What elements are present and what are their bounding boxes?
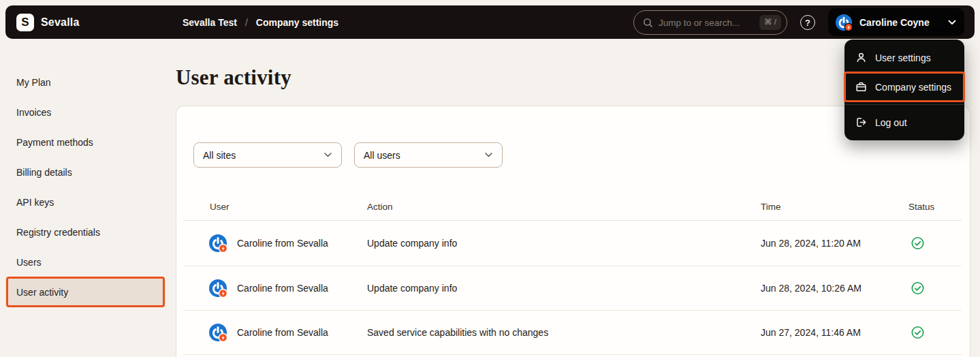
users-filter-value: All users <box>364 150 400 161</box>
sidebar-item-label: User activity <box>16 287 68 298</box>
user-avatar <box>208 234 227 253</box>
search-shortcut-badge: ⌘ / <box>759 15 781 30</box>
breadcrumb-project[interactable]: Sevalla Test <box>183 17 237 28</box>
sidebar-item-label: Payment methods <box>16 137 93 148</box>
sidebar-item-my-plan[interactable]: My Plan <box>5 67 165 97</box>
chevron-down-icon <box>948 20 956 25</box>
column-header-time: Time <box>761 201 781 211</box>
sidebar-item-label: Users <box>16 257 42 268</box>
user-avatar <box>208 279 227 298</box>
logout-icon <box>855 117 867 128</box>
user-name: Caroline from Sevalla <box>237 238 328 249</box>
filters-row: All sites All users <box>193 142 503 168</box>
logo-glyph: S <box>21 16 29 29</box>
column-header-status: Status <box>908 201 934 211</box>
sevalla-logo[interactable]: S Sevalla <box>16 5 80 39</box>
sidebar-item-label: Invoices <box>16 107 51 118</box>
sidebar-item-label: Registry credentials <box>16 227 100 238</box>
sidebar-item-invoices[interactable]: Invoices <box>5 97 165 127</box>
top-header-bar: S Sevalla Sevalla Test / Company setting… <box>5 5 975 39</box>
action-cell: Saved service capabilities with no chang… <box>367 327 548 338</box>
table-row: Caroline from Sevalla Saved service capa… <box>183 311 962 355</box>
sidebar-item-user-activity[interactable]: User activity <box>5 277 165 307</box>
help-icon[interactable]: ? <box>800 15 815 30</box>
column-header-action: Action <box>367 201 393 211</box>
user-cell: Caroline from Sevalla <box>208 279 328 298</box>
briefcase-icon <box>855 81 867 93</box>
user-dropdown-menu: User settings Company settings Log out <box>844 40 964 140</box>
menu-item-user-settings[interactable]: User settings <box>844 43 964 72</box>
user-cell: Caroline from Sevalla <box>208 323 328 342</box>
menu-item-company-settings[interactable]: Company settings <box>844 72 964 102</box>
user-activity-card: All sites All users User Action Time Sta… <box>176 106 970 357</box>
sidebar-item-users[interactable]: Users <box>5 247 165 277</box>
settings-sidebar: My Plan Invoices Payment methods Billing… <box>5 67 165 307</box>
logo-wordmark: Sevalla <box>41 16 80 29</box>
help-glyph: ? <box>805 18 810 28</box>
sites-filter-select[interactable]: All sites <box>193 142 342 168</box>
action-cell: Update company info <box>367 238 457 249</box>
breadcrumb: Sevalla Test / Company settings <box>183 5 338 39</box>
success-check-icon <box>911 326 924 339</box>
sidebar-item-registry-credentials[interactable]: Registry credentials <box>5 217 165 247</box>
table-header-row: User Action Time Status <box>183 192 962 221</box>
menu-item-label: Company settings <box>875 82 951 93</box>
sidebar-item-label: API keys <box>16 197 54 208</box>
menu-item-label: Log out <box>875 117 907 128</box>
sidebar-item-billing-details[interactable]: Billing details <box>5 157 165 187</box>
search-input[interactable] <box>659 18 759 28</box>
menu-divider <box>844 104 964 105</box>
sevalla-logo-icon: S <box>16 14 34 31</box>
column-header-user: User <box>210 201 230 211</box>
sidebar-item-payment-methods[interactable]: Payment methods <box>5 127 165 157</box>
page-title: User activity <box>176 65 291 90</box>
sidebar-item-api-keys[interactable]: API keys <box>5 187 165 217</box>
user-name: Caroline from Sevalla <box>237 327 328 338</box>
menu-item-log-out[interactable]: Log out <box>844 108 964 137</box>
breadcrumb-separator: / <box>245 17 248 28</box>
success-check-icon <box>911 282 924 295</box>
time-cell: Jun 28, 2024, 10:26 AM <box>761 283 862 294</box>
success-check-icon <box>911 237 924 250</box>
menu-item-label: User settings <box>875 52 931 63</box>
user-menu-button[interactable]: Caroline Coyne <box>828 8 964 36</box>
user-cell: Caroline from Sevalla <box>208 234 328 253</box>
table-row: Caroline from Sevalla Update company inf… <box>183 221 962 266</box>
user-avatar <box>208 323 227 342</box>
chevron-down-icon <box>485 153 492 157</box>
global-search[interactable]: ⌘ / <box>633 10 787 35</box>
user-name: Caroline Coyne <box>859 17 941 28</box>
breadcrumb-page[interactable]: Company settings <box>256 17 338 28</box>
chevron-down-icon <box>324 153 332 157</box>
user-name: Caroline from Sevalla <box>237 283 328 294</box>
sidebar-item-label: Billing details <box>16 167 72 178</box>
table-row: Caroline from Sevalla Update company inf… <box>183 266 962 311</box>
sites-filter-value: All sites <box>203 150 236 161</box>
time-cell: Jun 27, 2024, 11:46 AM <box>761 327 861 338</box>
search-icon <box>643 18 653 28</box>
action-cell: Update company info <box>367 283 457 294</box>
user-icon <box>855 52 867 63</box>
user-avatar <box>835 14 853 31</box>
users-filter-select[interactable]: All users <box>354 142 503 168</box>
time-cell: Jun 28, 2024, 11:20 AM <box>761 238 861 249</box>
sidebar-item-label: My Plan <box>16 77 51 88</box>
